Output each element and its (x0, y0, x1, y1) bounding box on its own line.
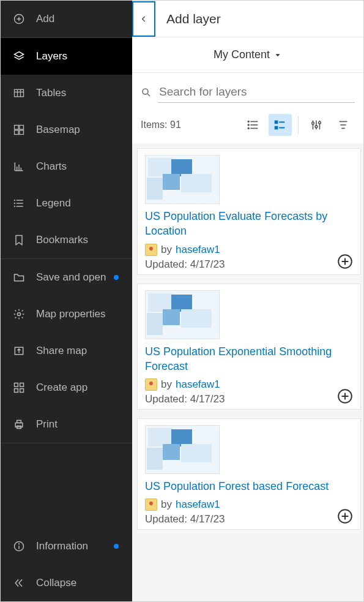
scope-dropdown[interactable]: My Content (132, 37, 363, 73)
layer-title[interactable]: US Population Evaluate Forecasts by Loca… (145, 209, 353, 239)
updated-label: Updated: 4/17/23 (145, 258, 353, 271)
back-button[interactable] (132, 1, 155, 37)
layer-title[interactable]: US Population Forest based Forecast (145, 479, 353, 494)
feature-layer-icon (145, 499, 157, 511)
results-list[interactable]: US Population Evaluate Forecasts by Loca… (132, 143, 363, 601)
by-label: by (161, 378, 172, 391)
list-icon (247, 118, 260, 132)
updated-label: Updated: 4/17/23 (145, 393, 353, 405)
chart-icon (13, 160, 25, 173)
basemap-icon (13, 124, 25, 136)
svg-point-36 (143, 89, 148, 94)
sidebar-item-information[interactable]: Information (1, 528, 132, 565)
sidebar-item-label: Tables (36, 87, 66, 99)
svg-point-51 (315, 126, 318, 128)
scope-label: My Content (214, 48, 270, 61)
svg-rect-4 (15, 89, 24, 97)
svg-rect-9 (20, 126, 24, 130)
print-icon (13, 418, 25, 431)
sidebar-item-bookmarks[interactable]: Bookmarks (1, 222, 132, 258)
share-icon (13, 345, 25, 357)
svg-point-21 (15, 203, 15, 204)
sidebar-item-label: Collapse (36, 577, 76, 589)
view-compact-list-button[interactable] (242, 114, 265, 136)
author-link[interactable]: hasefaw1 (176, 499, 220, 511)
status-dot (114, 275, 119, 280)
detailed-list-icon (273, 118, 287, 132)
caret-down-icon (273, 51, 282, 59)
layer-title[interactable]: US Population Exponential Smoothing Fore… (145, 344, 353, 374)
bookmark-icon (13, 234, 25, 246)
apps-icon (13, 382, 25, 394)
layer-thumbnail[interactable] (145, 425, 220, 474)
sidebar-item-label: Legend (36, 197, 71, 209)
sidebar-item-label: Add (36, 13, 54, 25)
sort-button[interactable] (332, 114, 355, 136)
folder-icon (13, 271, 25, 284)
sidebar-item-label: Bookmarks (36, 234, 88, 246)
items-count: Items: 91 (141, 119, 238, 130)
sidebar-item-add[interactable]: Add (1, 1, 132, 37)
updated-label: Updated: 4/17/23 (145, 513, 353, 525)
sidebar-item-label: Print (36, 418, 58, 431)
sidebar-item-share-map[interactable]: Share map (1, 333, 132, 369)
svg-point-42 (248, 124, 249, 126)
info-icon (13, 540, 25, 552)
plus-circle-icon (337, 254, 353, 269)
filter-button[interactable] (305, 114, 328, 136)
by-label: by (161, 244, 172, 256)
add-layer-button[interactable] (337, 388, 353, 404)
status-dot (114, 544, 119, 549)
search-icon (141, 87, 152, 98)
svg-point-53 (319, 122, 321, 124)
results-toolbar: Items: 91 (132, 109, 363, 143)
svg-point-23 (18, 313, 21, 316)
svg-rect-30 (17, 420, 21, 423)
add-layer-panel: Add layer My Content Items: 91 (132, 1, 363, 601)
svg-point-43 (248, 128, 249, 129)
sidebar-item-create-app[interactable]: Create app (1, 369, 132, 406)
gear-icon (13, 308, 25, 320)
svg-point-34 (19, 544, 20, 544)
author-link[interactable]: hasefaw1 (176, 378, 220, 391)
svg-rect-11 (20, 130, 24, 135)
sidebar-item-label: Create app (36, 382, 87, 394)
add-layer-button[interactable] (337, 508, 353, 524)
sidebar: Add Layers Tables Basemap Charts Legend … (1, 1, 132, 601)
svg-point-20 (15, 200, 15, 201)
sidebar-item-label: Charts (36, 160, 67, 173)
sidebar-item-basemap[interactable]: Basemap (1, 111, 132, 148)
legend-icon (13, 197, 25, 209)
svg-rect-10 (15, 130, 19, 135)
layer-card: US Population Evaluate Forecasts by Loca… (137, 148, 361, 275)
view-detailed-list-button[interactable] (269, 114, 292, 136)
layer-thumbnail[interactable] (145, 290, 220, 339)
sidebar-item-legend[interactable]: Legend (1, 185, 132, 222)
add-layer-button[interactable] (337, 254, 353, 269)
layers-icon (13, 50, 25, 62)
svg-point-41 (248, 121, 249, 122)
chevron-left-icon (139, 15, 148, 23)
sidebar-item-print[interactable]: Print (1, 406, 132, 443)
svg-marker-35 (276, 54, 280, 56)
plus-circle-icon (13, 13, 25, 25)
sidebar-item-label: Layers (36, 50, 67, 62)
author-link[interactable]: hasefaw1 (176, 244, 220, 256)
sidebar-item-label: Save and open (36, 271, 106, 284)
sidebar-item-charts[interactable]: Charts (1, 148, 132, 185)
svg-rect-46 (275, 127, 278, 129)
table-icon (13, 87, 25, 99)
sidebar-item-label: Share map (36, 345, 87, 357)
sidebar-item-map-properties[interactable]: Map properties (1, 296, 132, 333)
sidebar-item-collapse[interactable]: Collapse (1, 565, 132, 601)
sidebar-item-tables[interactable]: Tables (1, 75, 132, 111)
layer-thumbnail[interactable] (145, 155, 220, 204)
sidebar-item-save-open[interactable]: Save and open (1, 259, 132, 296)
search-input[interactable] (158, 81, 355, 103)
svg-point-22 (15, 206, 15, 207)
search-row (132, 73, 363, 109)
svg-rect-25 (15, 383, 18, 387)
by-label: by (161, 499, 172, 511)
panel-title: Add layer (166, 12, 221, 26)
sidebar-item-layers[interactable]: Layers (1, 38, 132, 75)
